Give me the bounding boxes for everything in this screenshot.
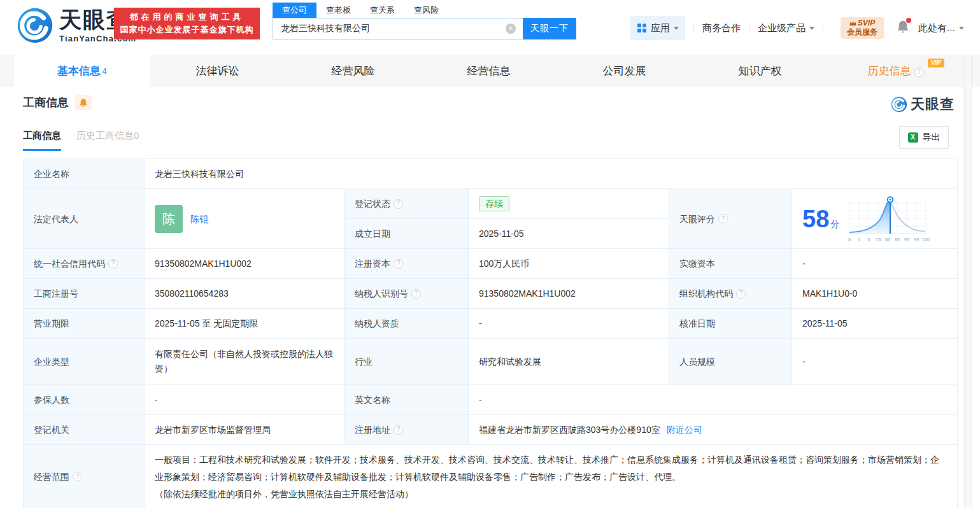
field-label-paid-capital: 实缴资本 xyxy=(669,249,792,279)
help-icon[interactable]: ? xyxy=(736,289,746,299)
user-account-menu[interactable]: 此处有... xyxy=(918,22,964,34)
help-icon[interactable]: ? xyxy=(73,472,82,481)
search-tab-boss[interactable]: 查老板 xyxy=(316,3,360,18)
divider xyxy=(823,24,823,33)
field-value-legal-rep: 陈 陈锟 xyxy=(145,189,344,249)
search-button[interactable]: 天眼一下 xyxy=(523,18,576,39)
field-value-score[interactable]: 58分 xyxy=(792,189,958,249)
tab-operating-info[interactable]: 经营信息 xyxy=(421,55,557,87)
field-value-staff-size: - xyxy=(792,339,958,385)
divider xyxy=(749,24,749,33)
field-label-establish-date: 成立日期 xyxy=(344,219,469,249)
field-label-english-name: 英文名称 xyxy=(344,385,469,415)
help-icon[interactable]: ? xyxy=(914,67,924,77)
search-tabs: 查公司 查老板 查关系 查风险 xyxy=(273,3,576,18)
business-scope-note: （除依法须经批准的项目外，凭营业执照依法自主开展经营活动） xyxy=(155,486,947,503)
subtab-history-business-info[interactable]: 历史工商信息0 xyxy=(76,130,139,151)
watermark-text: 天眼查 xyxy=(911,95,955,114)
field-value-taxpayer-id: 91350802MAK1H1U002 xyxy=(469,279,669,309)
search-tab-company[interactable]: 查公司 xyxy=(273,3,316,18)
field-label-business-term: 营业期限 xyxy=(24,309,145,339)
tab-intellectual-property[interactable]: 知识产权 xyxy=(692,55,828,87)
banner-line2: 国家中小企业发展子基金旗下机构 xyxy=(120,24,254,36)
score-unit: 分 xyxy=(830,219,839,229)
notification-bell[interactable] xyxy=(897,20,909,36)
tab-company-development[interactable]: 公司发展 xyxy=(557,55,692,87)
status-badge: 存续 xyxy=(479,196,509,211)
business-scope-text: 一般项目：工程和技术研究和试验发展；软件开发；技术服务、技术开发、技术咨询、技术… xyxy=(155,451,947,486)
search-tab-relation[interactable]: 查关系 xyxy=(360,3,404,18)
field-value-business-term: 2025-11-05 至 无固定期限 xyxy=(145,309,344,339)
tab-legal-proceedings[interactable]: 法律诉讼 xyxy=(150,55,285,87)
score-chart-x-labels: 0131550859799100 xyxy=(848,237,930,243)
crown-icon xyxy=(849,20,856,26)
score-distribution-chart: 0131550859799100 xyxy=(846,194,930,244)
svg-text:85: 85 xyxy=(895,237,900,243)
field-value-credit-code: 91350802MAK1H1U002 xyxy=(145,249,344,279)
legal-rep-link[interactable]: 陈锟 xyxy=(190,212,208,226)
caret-down-icon xyxy=(959,27,964,30)
apps-menu-button[interactable]: 应用 xyxy=(630,16,685,40)
field-value-reg-authority: 龙岩市新罗区市场监督管理局 xyxy=(145,415,344,445)
field-label-insured-count: 参保人数 xyxy=(24,385,145,415)
monitor-bell-button[interactable] xyxy=(75,95,92,110)
tab-history-info[interactable]: VIP 历史信息? xyxy=(828,55,963,87)
help-icon[interactable]: ? xyxy=(394,199,403,209)
tab-operating-risk[interactable]: 经营风险 xyxy=(285,55,421,87)
header-nav: 应用 商务合作 企业级产品 SVIP 会员服务 xyxy=(630,15,964,41)
banner-line1: 都在用的商业查询工具 xyxy=(130,11,245,24)
help-icon[interactable]: ? xyxy=(411,289,421,299)
nearby-companies-link[interactable]: 附近公司 xyxy=(667,423,702,437)
section-title: 工商信息 xyxy=(23,95,69,110)
svip-service-label: 会员服务 xyxy=(847,27,877,36)
svg-text:100: 100 xyxy=(922,237,930,243)
tianyancha-company-page: 天眼查 TianYanCha.com 都在用的商业查询工具 国家中小企业发展子基… xyxy=(0,0,980,508)
subtab-business-info[interactable]: 工商信息 xyxy=(23,130,61,151)
svg-text:99: 99 xyxy=(914,237,919,243)
apps-label: 应用 xyxy=(651,22,670,34)
business-info-table: 企业名称 龙岩三快科技有限公司 法定代表人 陈 陈锟 登记状态? 存续 成立日期… xyxy=(23,159,957,508)
vip-badge: VIP xyxy=(928,59,944,67)
field-value-business-scope: 一般项目：工程和技术研究和试验发展；软件开发；技术服务、技术开发、技术咨询、技术… xyxy=(145,445,958,508)
subtabs: 工商信息 历史工商信息0 xyxy=(23,130,139,151)
svg-text:50: 50 xyxy=(885,237,890,243)
field-label-credit-code: 统一社会信用代码? xyxy=(24,249,145,279)
tianyancha-logo-icon xyxy=(17,7,53,46)
field-value-reg-number: 350802110654283 xyxy=(145,279,344,309)
field-value-paid-capital: - xyxy=(792,249,958,279)
field-label-reg-number: 工商注册号 xyxy=(24,279,145,309)
field-label-taxpayer-id: 纳税人识别号? xyxy=(344,279,469,309)
export-button[interactable]: X 导出 xyxy=(899,126,949,149)
field-label-company-type: 企业类型 xyxy=(24,339,145,385)
divider xyxy=(693,24,694,33)
nav-business-cooperation[interactable]: 商务合作 xyxy=(702,22,741,34)
promo-banner: 都在用的商业查询工具 国家中小企业发展子基金旗下机构 xyxy=(114,8,260,39)
clear-icon[interactable]: ✕ xyxy=(506,24,516,34)
excel-icon: X xyxy=(908,132,918,143)
field-value-company-name: 龙岩三快科技有限公司 xyxy=(145,159,958,189)
svg-text:15: 15 xyxy=(876,237,881,243)
field-value-reg-capital: 100万人民币 xyxy=(469,249,669,279)
notification-dot xyxy=(906,18,911,23)
field-label-reg-capital: 注册资本? xyxy=(344,249,469,279)
search-input[interactable] xyxy=(273,18,523,39)
field-label-staff-size: 人员规模 xyxy=(669,339,792,385)
svip-member-button[interactable]: SVIP 会员服务 xyxy=(841,17,884,39)
help-icon[interactable]: ? xyxy=(394,425,403,435)
search-tab-risk[interactable]: 查风险 xyxy=(404,3,448,18)
help-icon[interactable]: ? xyxy=(394,259,403,269)
legal-rep-avatar[interactable]: 陈 xyxy=(155,205,183,233)
tab-basic-info[interactable]: 基本信息4 xyxy=(14,55,150,87)
export-label: 导出 xyxy=(923,132,941,143)
bell-icon xyxy=(79,98,88,108)
nav-enterprise-products[interactable]: 企业级产品 xyxy=(758,22,814,34)
svip-label: SVIP xyxy=(858,19,875,27)
field-value-taxpayer-quality: - xyxy=(469,309,669,339)
field-label-org-code: 组织机构代码? xyxy=(669,279,792,309)
tianyancha-logo-icon xyxy=(891,96,907,113)
help-icon[interactable]: ? xyxy=(718,214,728,223)
svg-text:3: 3 xyxy=(867,237,870,243)
vertical-scrollbar[interactable] xyxy=(964,55,972,508)
help-icon[interactable]: ? xyxy=(108,259,118,269)
svg-text:1: 1 xyxy=(858,237,860,243)
